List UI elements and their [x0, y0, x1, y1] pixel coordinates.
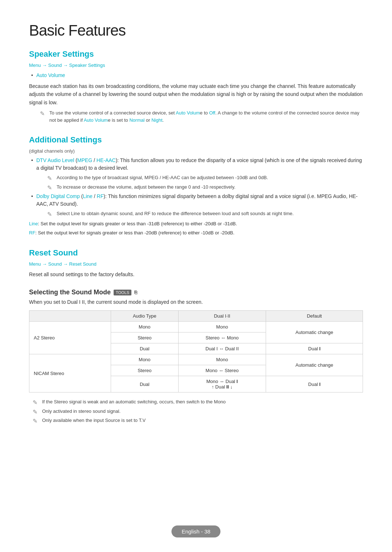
sound-mode-section: Selecting the Sound Mode TOOLS ⎘ When yo… [29, 289, 363, 424]
table-header-group [29, 311, 111, 322]
speaker-settings-section: Speaker Settings Menu → Sound → Speaker … [29, 49, 363, 124]
dtv-note-1: According to the type of broadcast signa… [44, 174, 363, 181]
nicam-auto-default: Automatic change [266, 354, 363, 376]
a2-stereo-dual: Stereo ↔ Mono [178, 333, 266, 343]
table-row: NICAM Stereo Mono Mono Automatic change [29, 354, 363, 365]
table-row: A2 Stereo Mono Mono Automatic change [29, 322, 363, 333]
speaker-settings-breadcrumb: Menu → Sound → Speaker Settings [29, 63, 363, 68]
reset-sound-body: Reset all sound settings to the factory … [29, 270, 363, 278]
a2-dual-type: Dual [111, 343, 178, 354]
speaker-settings-note: To use the volume control of a connected… [36, 109, 363, 124]
sound-mode-title-text: Selecting the Sound Mode [29, 289, 111, 296]
a2-stereo-label: A2 Stereo [29, 322, 111, 354]
digital-only-note: (digital channels only) [29, 148, 363, 154]
a2-mono-dual: Mono [178, 322, 266, 333]
speaker-settings-title: Speaker Settings [29, 49, 363, 59]
dtv-note-2: To increase or decrease the volume, adju… [44, 184, 363, 191]
nicam-dual-dual: Mono ↔ Dual I↑ Dual II ↓ [178, 376, 266, 392]
bottom-note-2: Only activated in stereo sound signal. [29, 408, 363, 415]
dolby-note-1: Select Line to obtain dynamic sound, and… [44, 210, 363, 217]
page-footer: English - 38 [171, 525, 220, 537]
additional-settings-section: Additional Settings (digital channels on… [29, 135, 363, 237]
table-header-default: Default [266, 311, 363, 322]
nicam-mono-type: Mono [111, 354, 178, 365]
a2-dual-dual: Dual I ↔ Dual II [178, 343, 266, 354]
nicam-stereo-type: Stereo [111, 365, 178, 376]
bottom-note-3: Only available when the input Source is … [29, 417, 363, 424]
a2-mono-type: Mono [111, 322, 178, 333]
nicam-dual-default: Dual I [266, 376, 363, 392]
tools-icon: ⎘ [134, 290, 137, 295]
page-title: Basic Features [29, 22, 363, 39]
a2-stereo-type: Stereo [111, 333, 178, 343]
tools-badge: TOOLS [114, 290, 131, 295]
a2-dual-default: Dual I [266, 343, 363, 354]
bottom-notes: If the Stereo signal is weak and an auto… [29, 398, 363, 424]
dual-table: Audio Type Dual I·II Default A2 Stereo M… [29, 310, 363, 392]
table-header-dual: Dual I·II [178, 311, 266, 322]
nicam-stereo-label: NICAM Stereo [29, 354, 111, 392]
bottom-note-1: If the Stereo signal is weak and an auto… [29, 398, 363, 406]
additional-settings-title: Additional Settings [29, 135, 363, 145]
reset-sound-section: Reset Sound Menu → Sound → Reset Sound R… [29, 248, 363, 278]
nicam-mono-dual: Mono [178, 354, 266, 365]
table-header-audio-type: Audio Type [111, 311, 178, 322]
nicam-stereo-dual: Mono ↔ Stereo [178, 365, 266, 376]
speaker-settings-list: Auto Volume [29, 72, 363, 79]
rf-description: RF: Set the output level for signals gre… [29, 229, 363, 237]
a2-auto-default: Automatic change [266, 322, 363, 343]
line-description: Line: Set the output level for signals g… [29, 220, 363, 227]
nicam-dual-type: Dual [111, 376, 178, 392]
sound-mode-description: When you set to Dual I II, the current s… [29, 298, 363, 306]
auto-volume-label: Auto Volume [36, 72, 65, 78]
speaker-settings-body: Because each station has its own broadca… [29, 82, 363, 106]
additional-settings-list: DTV Audio Level (MPEG / HE-AAC): This fu… [29, 157, 363, 217]
sound-mode-title-row: Selecting the Sound Mode TOOLS ⎘ [29, 289, 363, 296]
reset-sound-title: Reset Sound [29, 248, 363, 258]
reset-sound-breadcrumb: Menu → Sound → Reset Sound [29, 261, 363, 267]
